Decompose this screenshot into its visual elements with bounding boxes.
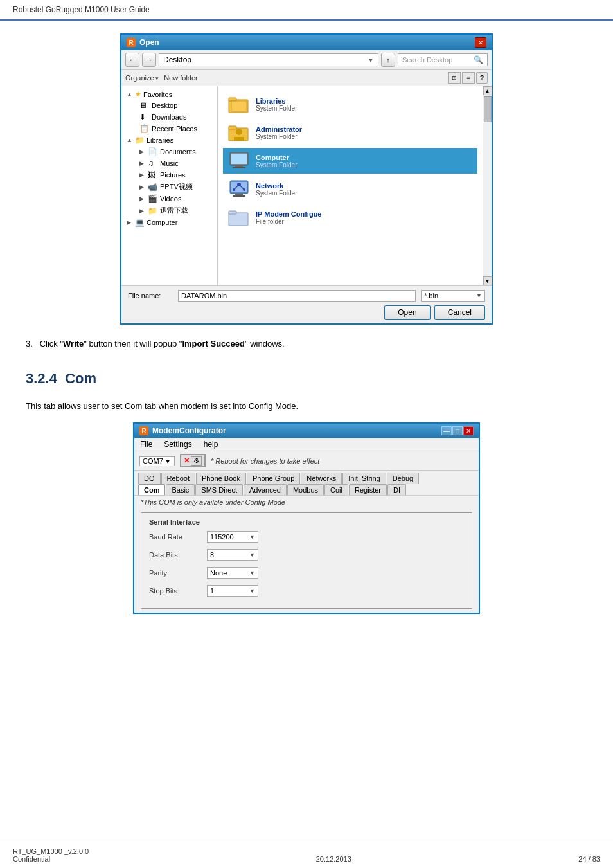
expand-arrow: ▶ (139, 160, 146, 167)
baud-rate-selector[interactable]: 115200 ▼ (207, 531, 258, 543)
sidebar-item-pptv[interactable]: ▶ 📹 PPTV视频 (127, 181, 217, 193)
organize-button[interactable]: Organize (125, 74, 159, 82)
sidebar-item-thunder[interactable]: ▶ 📁 迅雷下载 (127, 204, 217, 217)
com-port-selector[interactable]: COM7 ▼ (139, 456, 175, 466)
menu-file[interactable]: File (138, 439, 154, 449)
svg-rect-6 (234, 137, 244, 141)
network-icon (227, 179, 251, 199)
nav-up-button[interactable]: ↑ (381, 53, 395, 67)
scroll-down-button[interactable]: ▼ (483, 276, 492, 285)
tabs-area: DO Reboot Phone Book Phone Group Network… (134, 471, 479, 496)
search-placeholder: Search Desktop (402, 56, 452, 64)
svg-point-5 (236, 129, 242, 135)
footer-left: RT_UG_M1000 _v.2.0.0 Confidential (13, 847, 89, 863)
sidebar-item-music[interactable]: ▶ ♫ Music (127, 158, 217, 169)
view-options: ⊞ ≡ ? (448, 72, 488, 84)
file-item-libraries[interactable]: Libraries System Folder (223, 91, 477, 117)
sidebar-item-downloads[interactable]: ⬇ Downloads (127, 111, 217, 123)
sidebar-item-documents[interactable]: ▶ 📄 Documents (127, 146, 217, 158)
ipmodem-folder-icon (227, 207, 251, 228)
menu-settings[interactable]: Settings (162, 439, 193, 449)
svg-rect-21 (229, 211, 236, 214)
modem-minimize-button[interactable]: — (441, 426, 452, 435)
file-item-network[interactable]: Network System Folder (223, 176, 477, 202)
cancel-button[interactable]: Cancel (434, 305, 485, 320)
filetype-selector[interactable]: *.bin ▼ (421, 290, 485, 302)
tree-libraries-group[interactable]: ▲ 📁 Libraries (121, 134, 217, 146)
stop-bits-row: Stop Bits 1 ▼ (149, 585, 464, 597)
filename-input[interactable] (178, 290, 416, 302)
tab-di[interactable]: DI (387, 484, 406, 495)
tree-computer-group[interactable]: ▶ 💻 Computer (121, 217, 217, 228)
modem-close-button[interactable]: ✕ (463, 426, 474, 435)
scroll-up-button[interactable]: ▲ (483, 86, 492, 95)
document-title: Robustel GoRugged M1000 User Guide (13, 5, 150, 14)
tab-initstring[interactable]: Init. String (342, 473, 386, 484)
baud-rate-row: Baud Rate 115200 ▼ (149, 531, 464, 543)
tab-do[interactable]: DO (138, 473, 161, 484)
stop-bits-selector[interactable]: 1 ▼ (207, 585, 258, 597)
data-bits-label: Data Bits (149, 551, 207, 559)
nav-back-button[interactable]: ← (125, 53, 139, 67)
tab-networks[interactable]: Networks (301, 473, 342, 484)
tab-debug[interactable]: Debug (387, 473, 419, 484)
config-mode-notice: *This COM is only availble under Config … (134, 496, 479, 509)
view-details-button[interactable]: ≡ (462, 72, 475, 84)
parity-selector[interactable]: None ▼ (207, 567, 258, 579)
dialog-app-icon: R (127, 38, 136, 47)
tab-register[interactable]: Register (349, 484, 387, 495)
tab-smsdirect[interactable]: SMS Direct (195, 484, 243, 495)
tab-phonegroup[interactable]: Phone Group (247, 473, 300, 484)
sidebar-item-videos[interactable]: ▶ 🎬 Videos (127, 193, 217, 204)
dialog-close-button[interactable]: ✕ (475, 37, 486, 48)
view-list-button[interactable]: ⊞ (448, 72, 461, 84)
file-item-ipmodem[interactable]: IP Modem Configue File folder (223, 204, 477, 230)
footer-page-number: 24 / 83 (578, 855, 600, 863)
filename-row: File name: *.bin ▼ (128, 290, 485, 302)
menu-help[interactable]: help (202, 439, 220, 449)
tab-reboot[interactable]: Reboot (161, 473, 195, 484)
step3-text: 3. Click "Write" button then it will pop… (26, 338, 587, 351)
help-button[interactable]: ? (476, 72, 488, 84)
data-bits-value: 8 (210, 551, 214, 559)
scroll-thumb[interactable] (484, 96, 492, 122)
tree-favorites-group[interactable]: ▲ ★ Favorites (121, 89, 217, 100)
tab-modbus[interactable]: Modbus (287, 484, 324, 495)
tab-advanced[interactable]: Advanced (244, 484, 287, 495)
nav-forward-button[interactable]: → (142, 53, 156, 67)
filetype-arrow: ▼ (476, 293, 482, 299)
search-bar[interactable]: Search Desktop 🔍 (398, 53, 488, 66)
modem-titlebar-controls: — □ ✕ (441, 426, 474, 435)
connect-button[interactable]: ✕ ⚙ (180, 454, 206, 467)
computer-info: Computer System Folder (256, 154, 473, 168)
modem-title-area: R ModemConfigurator (139, 426, 226, 435)
sidebar-item-pictures[interactable]: ▶ 🖼 Pictures (127, 169, 217, 181)
dialog-body: ▲ ★ Favorites 🖥 Desktop ⬇ Downloads (121, 86, 492, 285)
address-bar[interactable]: Desktop ▼ (159, 53, 378, 66)
tab-com[interactable]: Com (138, 484, 165, 495)
tab-coil[interactable]: Coil (324, 484, 348, 495)
favorites-children: 🖥 Desktop ⬇ Downloads 📋 Recent Places (121, 100, 217, 134)
file-open-dialog: R Open ✕ ← → Desktop ▼ ↑ (120, 33, 493, 325)
modem-maximize-button[interactable]: □ (452, 426, 463, 435)
computer-icon (227, 150, 251, 171)
sidebar-item-recent[interactable]: 📋 Recent Places (127, 123, 217, 134)
stop-bits-value: 1 (210, 587, 214, 595)
dialog-title-text: Open (139, 38, 159, 47)
filename-label: File name: (128, 292, 173, 300)
open-button[interactable]: Open (384, 305, 430, 320)
file-item-computer[interactable]: Computer System Folder (223, 148, 477, 174)
expand-arrow: ▶ (139, 172, 146, 178)
videos-icon: 🎬 (148, 194, 158, 203)
file-item-admin[interactable]: Administrator System Folder (223, 120, 477, 145)
sidebar-item-desktop[interactable]: 🖥 Desktop (127, 100, 217, 111)
serial-interface-group: Serial Interface Baud Rate 115200 ▼ Data… (141, 512, 472, 609)
tabs-row-1: DO Reboot Phone Book Phone Group Network… (138, 473, 475, 484)
tab-basic[interactable]: Basic (166, 484, 195, 495)
data-bits-selector[interactable]: 8 ▼ (207, 549, 258, 561)
right-scrollbar[interactable]: ▲ ▼ (483, 86, 492, 285)
new-folder-button[interactable]: New folder (164, 74, 198, 82)
downloads-icon: ⬇ (139, 113, 150, 122)
expand-arrow: ▲ (127, 91, 133, 98)
tab-phonebook[interactable]: Phone Book (196, 473, 246, 484)
